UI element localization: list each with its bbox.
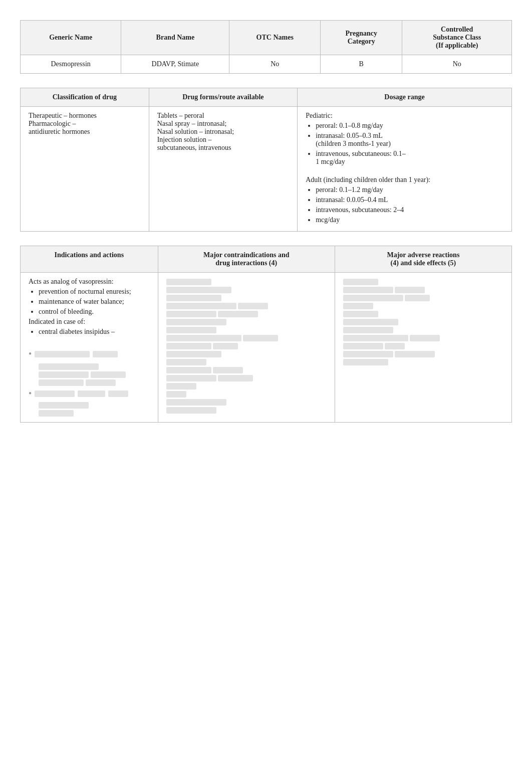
col-contraindications: Major contraindications anddrug interact… [158,246,335,273]
dosage-item: mcg/day [316,216,503,224]
cell-classification: Therapeutic – hormones Pharmacologic – a… [21,107,149,232]
cell-pregnancy: B [321,55,402,74]
col-drug-forms: Drug forms/route available [149,88,297,107]
col-adverse: Major adverse reactions(4) and side effe… [335,246,511,273]
col-pregnancy: PregnancyCategory [321,21,402,55]
indication-item: prevention of nocturnal enuresis; [39,288,150,296]
cell-brand: DDAVP, Stimate [121,55,229,74]
dosage-item: peroral: 0.1–0.8 mg/day [316,122,503,130]
cell-drug-forms: Tablets – peroral Nasal spray – intronas… [149,107,297,232]
bot-drug-table: Indications and actions Major contraindi… [20,246,512,423]
dosage-item: intravenous, subcutaneous: 2–4 [316,206,503,214]
indication-item: maintenance of water balance; [39,298,150,306]
cell-indications: Acts as analog of vasopressin: preventio… [21,273,158,423]
indicated-item: central diabetes insipidus – [39,328,150,336]
top-drug-table: Generic Name Brand Name OTC Names Pregna… [20,20,512,74]
dosage-item: peroral: 0.1–1.2 mg/day [316,186,503,194]
dosage-item: intranasal: 0.05–0.3 mL(children 3 month… [316,132,503,148]
cell-dosage: Pediatric: peroral: 0.1–0.8 mg/day intra… [298,107,512,232]
cell-generic: Desmopressin [21,55,121,74]
col-generic-name: Generic Name [21,21,121,55]
col-controlled: ControlledSubstance Class(If applicable) [402,21,512,55]
indication-item: control of bleeding. [39,308,150,316]
dosage-item: intranasal: 0.0.05–0.4 mL [316,196,503,204]
col-classification: Classification of drug [21,88,149,107]
col-dosage-range: Dosage range [298,88,512,107]
cell-contraindications [158,273,335,423]
cell-controlled: No [402,55,512,74]
col-otc-names: OTC Names [229,21,321,55]
cell-otc: No [229,55,321,74]
col-brand-name: Brand Name [121,21,229,55]
cell-adverse-reactions [335,273,511,423]
mid-drug-table: Classification of drug Drug forms/route … [20,88,512,232]
dosage-item: intravenous, subcutaneous: 0.1–1 mcg/day [316,150,503,166]
col-indications: Indications and actions [21,246,158,273]
